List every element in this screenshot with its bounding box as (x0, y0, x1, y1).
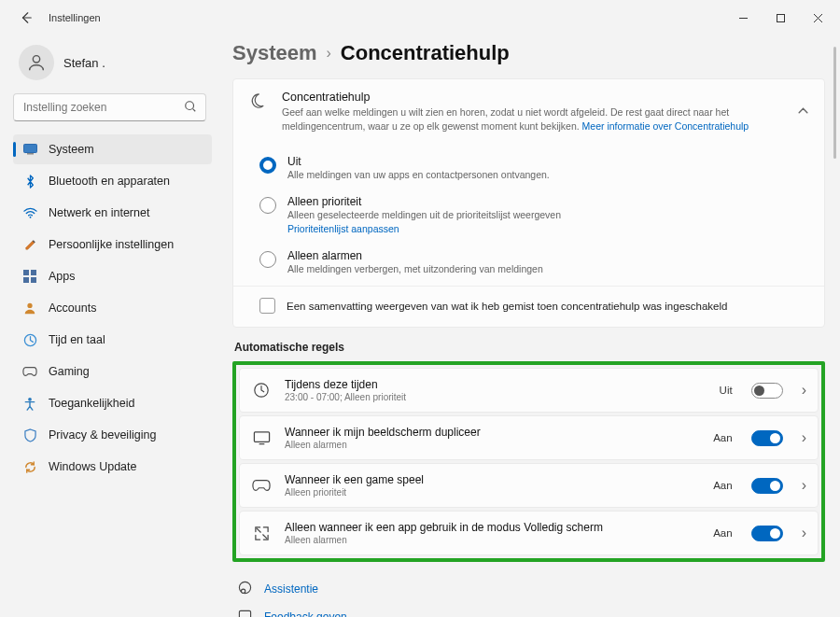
radio-desc: Alle meldingen verbergen, met uitzonderi… (287, 263, 543, 274)
rule-title: Alleen wanneer ik een app gebruik in de … (285, 521, 700, 534)
arrow-left-icon (20, 11, 33, 24)
toggle-switch[interactable] (751, 430, 783, 446)
more-info-link[interactable]: Meer informatie over Concentratiehulp (582, 120, 749, 132)
sidebar-item-label: Privacy & beveiliging (49, 428, 156, 442)
radio-option-alarmen[interactable]: Alleen alarmen Alle meldingen verbergen,… (233, 242, 824, 282)
sidebar-item-netwerk[interactable]: Netwerk en internet (13, 198, 212, 228)
svg-point-1 (33, 56, 39, 63)
radio-desc: Alle meldingen van uw apps en contactper… (287, 169, 550, 180)
rule-beeldscherm-dupliceer[interactable]: Wanneer ik mijn beeldscherm dupliceer Al… (239, 415, 819, 460)
svg-rect-3 (23, 145, 36, 153)
radio-title: Uit (287, 155, 550, 168)
maximize-button[interactable] (762, 4, 799, 32)
svg-rect-17 (239, 611, 250, 617)
radio-group: Uit Alle meldingen van uw apps en contac… (233, 142, 824, 286)
svg-rect-7 (31, 270, 36, 275)
search-icon (184, 100, 197, 117)
main-content: Systeem › Concentratiehulp Concentratieh… (219, 35, 840, 617)
sidebar-item-apps[interactable]: Apps (13, 261, 212, 291)
sidebar: Stefan . Systeem Bluetooth en apparaten (0, 35, 219, 617)
search-wrap (13, 93, 212, 121)
back-button[interactable] (13, 5, 39, 31)
card-title: Concentratiehulp (282, 91, 782, 104)
close-icon (813, 13, 823, 23)
card-description: Geef aan welke meldingen u wilt zien en … (282, 105, 782, 133)
checkbox[interactable] (259, 298, 275, 314)
brush-icon (22, 237, 37, 252)
sidebar-item-label: Apps (49, 270, 76, 283)
toggle-switch[interactable] (751, 383, 783, 399)
rule-volledig-scherm[interactable]: Alleen wanneer ik een app gebruik in de … (239, 511, 819, 555)
maximize-icon (776, 13, 786, 23)
summary-checkbox-row[interactable]: Een samenvatting weergeven van wat ik he… (233, 286, 824, 327)
sidebar-item-label: Accounts (49, 301, 96, 315)
breadcrumb-root[interactable]: Systeem (232, 41, 317, 65)
breadcrumb: Systeem › Concentratiehulp (232, 41, 825, 65)
chevron-right-icon: › (802, 477, 806, 494)
toggle-switch[interactable] (751, 526, 783, 541)
sidebar-item-label: Netwerk en internet (49, 206, 149, 219)
sidebar-item-bluetooth[interactable]: Bluetooth en apparaten (13, 166, 212, 196)
sidebar-item-systeem[interactable]: Systeem (13, 134, 212, 164)
footer-link-label: Feedback geven (264, 610, 347, 617)
rule-status: Aan (713, 527, 732, 539)
sidebar-item-label: Toegankelijkheid (49, 397, 134, 410)
scrollbar[interactable] (833, 47, 836, 159)
sidebar-item-label: Persoonlijke instellingen (49, 238, 174, 251)
svg-rect-6 (23, 270, 29, 275)
sidebar-item-persoonlijk[interactable]: Persoonlijke instellingen (13, 230, 212, 259)
nav-list: Systeem Bluetooth en apparaten Netwerk e… (13, 134, 212, 482)
priority-list-link[interactable]: Prioriteitenlijst aanpassen (287, 223, 561, 234)
sidebar-item-toegankelijkheid[interactable]: Toegankelijkheid (13, 388, 212, 418)
svg-point-2 (186, 102, 194, 110)
sidebar-item-label: Bluetooth en apparaten (49, 175, 170, 188)
feedback-link[interactable]: Feedback geven (232, 603, 825, 617)
minimize-button[interactable] (724, 4, 762, 32)
collapse-button[interactable] (797, 104, 809, 120)
search-input[interactable] (13, 93, 206, 121)
chevron-right-icon: › (327, 45, 331, 62)
svg-rect-9 (31, 277, 36, 283)
rule-title: Wanneer ik een game speel (285, 473, 700, 486)
card-header[interactable]: Concentratiehulp Geef aan welke meldinge… (233, 79, 824, 142)
sidebar-item-label: Gaming (49, 365, 90, 378)
sidebar-item-label: Windows Update (49, 460, 137, 473)
rule-desc: Alleen alarmen (285, 440, 700, 450)
footer-link-label: Assistentie (264, 582, 318, 596)
rule-desc: Alleen prioriteit (285, 487, 700, 498)
sidebar-item-gaming[interactable]: Gaming (13, 357, 212, 386)
rule-tijdens-tijden[interactable]: Tijdens deze tijden 23:00 - 07:00; Allee… (239, 368, 819, 413)
window-controls (724, 4, 836, 32)
sidebar-item-privacy[interactable]: Privacy & beveiliging (13, 420, 212, 450)
apps-icon (22, 269, 37, 284)
user-block[interactable]: Stefan . (13, 35, 212, 93)
radio-option-uit[interactable]: Uit Alle meldingen van uw apps en contac… (233, 147, 824, 188)
account-icon (22, 301, 37, 316)
sidebar-item-label: Tijd en taal (49, 333, 105, 346)
page-title: Concentratiehulp (341, 41, 510, 65)
time-icon (22, 332, 37, 347)
close-button[interactable] (799, 4, 836, 32)
automatic-rules-group: Tijdens deze tijden 23:00 - 07:00; Allee… (232, 361, 825, 562)
rule-game-speel[interactable]: Wanneer ik een game speel Alleen priorit… (239, 463, 819, 508)
a11y-icon (22, 396, 37, 411)
radio-option-prioriteit[interactable]: Alleen prioriteit Alleen geselecteerde m… (233, 188, 824, 242)
sidebar-item-accounts[interactable]: Accounts (13, 293, 212, 323)
gaming-icon (22, 364, 37, 379)
update-icon (22, 459, 37, 474)
radio-button[interactable] (259, 251, 276, 268)
radio-desc: Alleen geselecteerde meldingen uit de pr… (287, 209, 561, 220)
sidebar-item-windows-update[interactable]: Windows Update (13, 452, 212, 482)
moon-icon (248, 92, 267, 113)
titlebar: Instellingen (0, 0, 840, 35)
toggle-switch[interactable] (751, 478, 783, 494)
avatar (19, 45, 54, 80)
sidebar-item-label: Systeem (49, 143, 94, 156)
sidebar-item-tijd[interactable]: Tijd en taal (13, 325, 212, 355)
radio-button[interactable] (259, 157, 276, 174)
checkbox-label: Een samenvatting weergeven van wat ik he… (287, 301, 727, 312)
wifi-icon (22, 205, 37, 220)
assistance-link[interactable]: Assistentie (232, 575, 825, 603)
radio-button[interactable] (259, 197, 276, 214)
rule-title: Tijdens deze tijden (285, 378, 707, 391)
